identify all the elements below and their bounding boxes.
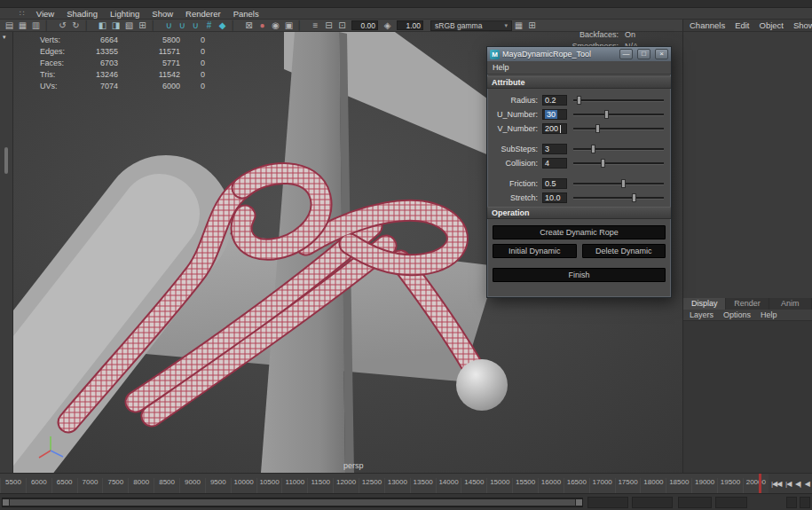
layer-menu-item[interactable]: Layers xyxy=(690,310,713,319)
toolbar-icon[interactable]: ▦ xyxy=(512,20,525,31)
toolbar-icon[interactable]: ▧ xyxy=(122,20,136,31)
field-slider[interactable] xyxy=(573,192,666,203)
slider-handle[interactable] xyxy=(601,159,605,168)
toolbar-icon[interactable]: # xyxy=(202,20,216,31)
toolbar-icon[interactable]: ⊟ xyxy=(322,20,335,31)
delete-dynamic-button[interactable]: Delete Dynamic xyxy=(582,244,666,258)
layer-tab[interactable]: Render xyxy=(726,298,769,310)
field-input[interactable]: 3 xyxy=(542,144,567,154)
field-input[interactable]: 0.2 xyxy=(542,95,567,106)
help-menu[interactable]: Help xyxy=(493,63,509,72)
time-slider[interactable]: 5500600065007000750080008500900095001000… xyxy=(0,473,769,493)
slider-handle[interactable] xyxy=(632,193,636,202)
layer-tab[interactable]: Anim xyxy=(769,298,812,310)
toolbar-icon[interactable]: ⊞ xyxy=(525,20,539,31)
toolbar-icon[interactable]: ▏ xyxy=(149,20,162,31)
toolbar-icon[interactable]: ◧ xyxy=(96,20,109,31)
toolbar-icon[interactable]: ↻ xyxy=(69,20,83,31)
toolbar-icon[interactable]: ◨ xyxy=(109,20,122,31)
initial-dynamic-button[interactable]: Initial Dynamic xyxy=(493,244,577,258)
menu-item[interactable]: View xyxy=(30,9,60,19)
settings-button[interactable] xyxy=(800,497,810,508)
menu-item[interactable]: Renderer xyxy=(179,9,227,19)
field-slider[interactable] xyxy=(573,95,666,106)
maximize-button[interactable]: □ xyxy=(637,49,650,59)
channel-box-menu-item[interactable]: Edit xyxy=(735,20,749,30)
rope-end-sphere[interactable] xyxy=(456,359,508,411)
toolbar-icon[interactable]: ▥ xyxy=(29,20,43,31)
character-set-field[interactable] xyxy=(587,497,628,508)
field-input[interactable]: 200 xyxy=(542,123,567,134)
toolbar-icon[interactable]: ▤ xyxy=(3,20,16,31)
toolbar-icon[interactable]: ∪ xyxy=(176,20,189,31)
toolbar-icon[interactable]: ∪ xyxy=(189,20,202,31)
toolbar-icon[interactable]: ▏ xyxy=(43,20,56,31)
layer-list-area[interactable] xyxy=(683,321,812,473)
menu-item[interactable]: Lighting xyxy=(104,9,146,19)
anim-layer-field[interactable] xyxy=(632,497,673,508)
menu-item[interactable]: Show xyxy=(146,9,179,19)
attribute-section-header[interactable]: Attribute xyxy=(487,76,671,89)
range-start-handle[interactable] xyxy=(3,499,9,506)
panel-expand-icon[interactable]: ▾ xyxy=(3,34,6,41)
color-gamma-dropdown[interactable]: sRGB gamma ▾ xyxy=(430,20,512,31)
field-slider[interactable] xyxy=(573,178,666,189)
toolbar-icon[interactable]: ◆ xyxy=(216,20,229,31)
option-field-1[interactable] xyxy=(678,497,712,508)
menu-item[interactable]: Shading xyxy=(60,9,104,19)
field-input[interactable]: 30 xyxy=(542,109,567,120)
field-slider[interactable] xyxy=(573,144,666,154)
toolbar-icon[interactable]: ▏ xyxy=(229,20,242,31)
minimize-button[interactable]: — xyxy=(619,49,633,59)
field-slider[interactable] xyxy=(573,158,666,169)
menubar-grip-icon[interactable]: ∷ xyxy=(20,9,25,18)
close-button[interactable]: × xyxy=(655,49,668,59)
toolbar-icon[interactable]: ▣ xyxy=(282,20,296,31)
slider-handle[interactable] xyxy=(591,145,595,153)
toolbar-icon[interactable]: ● xyxy=(256,20,269,31)
range-end-handle[interactable] xyxy=(576,499,582,506)
dialog-titlebar[interactable]: M MayaDynamicRope_Tool — □ × xyxy=(487,47,671,61)
clamp-icon[interactable]: ◈ xyxy=(381,20,394,31)
layer-menu-item[interactable]: Options xyxy=(723,310,751,319)
toolbar-icon[interactable]: ⊞ xyxy=(136,20,149,31)
field-slider[interactable] xyxy=(573,109,666,120)
channel-box-menu-item[interactable]: Show xyxy=(793,20,812,30)
toolbar-icon[interactable]: ≡ xyxy=(309,20,322,31)
playback-button[interactable]: ◀ xyxy=(805,480,809,488)
channel-box-menu-item[interactable]: Channels xyxy=(690,20,725,30)
slider-handle[interactable] xyxy=(595,124,600,133)
menu-item[interactable]: Panels xyxy=(227,9,265,19)
toolbar-number-field-2[interactable]: 1.00 xyxy=(397,20,423,30)
playback-button[interactable]: |◀◀ xyxy=(771,480,781,488)
field-input[interactable]: 0.5 xyxy=(542,178,567,189)
toolbar-icon[interactable]: ▏ xyxy=(83,20,96,31)
slider-handle[interactable] xyxy=(604,110,609,119)
panel-drag-handle[interactable] xyxy=(4,147,8,174)
toolbar-icon[interactable]: ▦ xyxy=(16,20,29,31)
range-slider-track[interactable] xyxy=(10,499,575,506)
toolbar-icon[interactable]: ▏ xyxy=(296,20,309,31)
current-frame-playhead[interactable] xyxy=(759,474,761,493)
playback-button[interactable]: |◀ xyxy=(785,480,791,488)
toolbar-number-field-1[interactable]: 0.00 xyxy=(351,20,378,30)
toolbar-icon[interactable]: ⊠ xyxy=(242,20,256,31)
slider-handle[interactable] xyxy=(621,179,626,188)
option-field-2[interactable] xyxy=(715,497,747,508)
field-slider[interactable] xyxy=(573,123,666,134)
range-slider[interactable] xyxy=(2,498,583,507)
field-input[interactable]: 4 xyxy=(542,158,567,169)
finish-button[interactable]: Finish xyxy=(493,268,666,282)
auto-key-button[interactable] xyxy=(786,497,797,508)
playback-button[interactable]: ◀| xyxy=(795,480,800,488)
toolbar-icon[interactable]: ◉ xyxy=(269,20,282,31)
field-input[interactable]: 10.0 xyxy=(542,192,567,203)
toolbar-icon[interactable]: ↺ xyxy=(56,20,69,31)
layer-menu-item[interactable]: Help xyxy=(761,310,777,319)
create-dynamic-rope-button[interactable]: Create Dynamic Rope xyxy=(493,225,666,239)
toolbar-icon[interactable]: ∪ xyxy=(162,20,176,31)
toolbar-icon[interactable]: ⊡ xyxy=(335,20,349,31)
channel-box-menu-item[interactable]: Object xyxy=(760,20,784,30)
operation-section-header[interactable]: Operation xyxy=(487,207,671,219)
slider-handle[interactable] xyxy=(577,96,581,105)
